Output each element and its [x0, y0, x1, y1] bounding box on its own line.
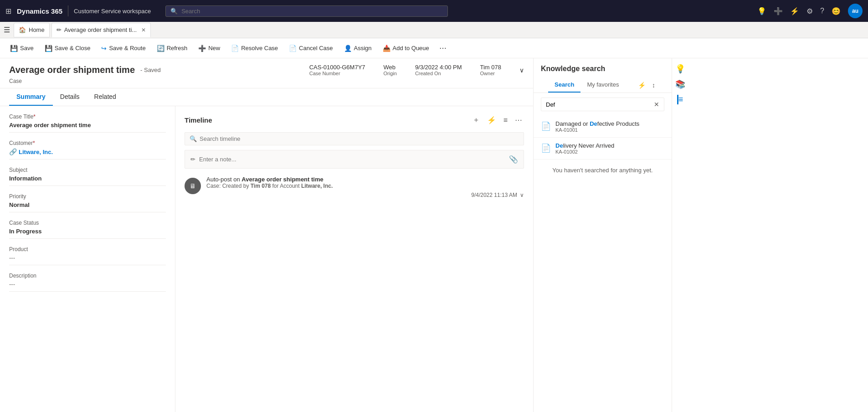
- tab-related[interactable]: Related: [87, 88, 123, 106]
- kp-tabs-row: Search My favorites ⚡ ↕: [541, 77, 664, 93]
- avatar[interactable]: au: [848, 4, 863, 18]
- customer-field: Customer* 🔗 Litware, Inc.: [9, 140, 166, 160]
- grid-icon[interactable]: ⊞: [5, 7, 11, 15]
- save-button[interactable]: 💾 Save: [5, 42, 38, 54]
- cancel-case-button[interactable]: 📄 Cancel Case: [284, 42, 337, 54]
- more-commands-button[interactable]: ⋯: [436, 41, 450, 55]
- new-button[interactable]: ➕ New: [194, 42, 225, 54]
- user-icon[interactable]: 😊: [832, 7, 841, 15]
- kp-result-id-2: KA-01002: [555, 149, 614, 154]
- case-number-meta: CAS-01000-G6M7Y7 Case Number: [309, 64, 365, 76]
- cancel-label: Cancel Case: [299, 45, 333, 52]
- timeline-search-icon: 🔍: [190, 135, 197, 142]
- tab-details[interactable]: Details: [53, 88, 87, 106]
- home-tab-label: Home: [29, 26, 45, 33]
- kp-search-clear-button[interactable]: ✕: [654, 101, 659, 108]
- product-label: Product: [9, 246, 166, 252]
- add-to-queue-button[interactable]: 📥 Add to Queue: [378, 42, 434, 54]
- kp-tab-search[interactable]: Search: [548, 77, 580, 93]
- case-title-required: *: [33, 113, 36, 120]
- case-tab-icon: ✏: [56, 26, 62, 33]
- lightbulb-icon[interactable]: 💡: [757, 7, 766, 15]
- subject-value: Information: [9, 175, 166, 186]
- queue-label: Add to Queue: [393, 45, 429, 52]
- subject-field: Subject Information: [9, 167, 166, 186]
- kp-filter-button[interactable]: ⚡: [636, 80, 647, 91]
- home-tab[interactable]: 🏠 Home: [14, 23, 50, 37]
- entry-user-bold: Tim 078: [251, 183, 271, 189]
- case-origin-label: Origin: [384, 71, 397, 76]
- save-close-label: Save & Close: [55, 45, 91, 52]
- filter-icon[interactable]: ⚡: [790, 7, 799, 15]
- save-route-button[interactable]: ↪ Save & Route: [97, 42, 150, 54]
- save-close-button[interactable]: 💾 Save & Close: [40, 42, 95, 54]
- knowledge-panel: Knowledge search Search My favorites ⚡ ↕: [533, 58, 688, 412]
- timeline-more-button[interactable]: ⋯: [513, 114, 524, 126]
- kp-tools: ⚡ ↕: [636, 80, 657, 91]
- kp-result-item-1[interactable]: 📄 Damaged or Defective Products KA-01001: [534, 116, 672, 138]
- save-route-icon: ↪: [101, 45, 107, 52]
- global-search-input[interactable]: [181, 8, 443, 15]
- case-origin-value: Web: [384, 64, 397, 71]
- case-tab[interactable]: ✏ Average order shipment ti... ✕: [51, 23, 151, 37]
- kp-result-id-1: KA-01001: [555, 127, 639, 133]
- help-icon[interactable]: ?: [820, 7, 824, 15]
- global-search-box[interactable]: 🔍: [165, 5, 448, 17]
- customer-value[interactable]: 🔗 Litware, Inc.: [9, 148, 166, 160]
- product-field: Product ---: [9, 246, 166, 265]
- search-icon: 🔍: [170, 8, 178, 15]
- tab-close-icon[interactable]: ✕: [141, 27, 146, 33]
- timeline-search-input[interactable]: [200, 135, 519, 142]
- kp-sidebar-icons: 💡 📚 ≡: [672, 58, 688, 412]
- timeline-note-box[interactable]: ✏ 📎: [185, 150, 524, 169]
- add-icon[interactable]: ➕: [774, 7, 783, 15]
- sub-tabs: Summary Details Related: [0, 88, 533, 106]
- timeline-add-button[interactable]: ＋: [471, 113, 482, 127]
- product-value: ---: [9, 254, 166, 265]
- attachment-icon[interactable]: 📎: [509, 155, 518, 164]
- kp-book-icon[interactable]: 📚: [675, 79, 685, 89]
- case-owner-value: Tim 078: [480, 64, 501, 71]
- kp-sort-button[interactable]: ↕: [650, 80, 657, 91]
- kp-result-item-2[interactable]: 📄 Delivery Never Arrived KA-01002: [534, 138, 672, 160]
- resolve-case-button[interactable]: 📄 Resolve Case: [226, 42, 282, 54]
- case-expand-icon[interactable]: ∨: [519, 67, 524, 74]
- timeline-note-input[interactable]: [199, 156, 509, 163]
- refresh-button[interactable]: 🔄 Refresh: [152, 42, 192, 54]
- kp-tab-favorites[interactable]: My favorites: [580, 77, 625, 93]
- case-title: Average order shipment time: [9, 65, 135, 75]
- assign-button[interactable]: 👤 Assign: [339, 42, 376, 54]
- description-value: ---: [9, 281, 166, 292]
- kp-result-doc-icon-1: 📄: [541, 121, 551, 131]
- timeline-actions: ＋ ⚡ ≡ ⋯: [471, 113, 524, 127]
- timeline-sort-button[interactable]: ≡: [502, 114, 509, 126]
- tab-summary[interactable]: Summary: [9, 88, 53, 106]
- workspace-name: Customer Service workspace: [74, 8, 151, 15]
- entry-footer: 9/4/2022 11:13 AM ∨: [206, 192, 524, 198]
- entry-expand-icon[interactable]: ∨: [520, 192, 524, 198]
- hamburger-icon[interactable]: ☰: [4, 26, 10, 34]
- case-owner-meta: Tim 078 Owner: [480, 64, 501, 76]
- case-created-meta: 9/3/2022 4:00 PM Created On: [415, 64, 462, 76]
- timeline-title: Timeline: [185, 116, 471, 124]
- kp-search-input[interactable]: [546, 101, 654, 108]
- case-title-value: Average order shipment time: [9, 122, 166, 133]
- settings-icon[interactable]: ⚙: [806, 7, 813, 15]
- kp-search-panel-icon[interactable]: 💡: [675, 64, 685, 74]
- description-label: Description: [9, 273, 166, 279]
- kp-result-doc-icon-2: 📄: [541, 143, 551, 153]
- left-panel: Average order shipment time - Saved CAS-…: [0, 58, 533, 412]
- timeline-search-box[interactable]: 🔍: [185, 132, 524, 145]
- kp-active-icon[interactable]: ≡: [677, 95, 683, 104]
- queue-icon: 📥: [383, 45, 390, 52]
- timeline-filter-button[interactable]: ⚡: [485, 114, 498, 126]
- nav-divider: [68, 5, 68, 16]
- entry-title: Auto-post on Average order shipment time: [206, 176, 524, 183]
- customer-label: Customer*: [9, 140, 166, 146]
- kp-result-title-2: Delivery Never Arrived: [555, 142, 614, 149]
- kp-search-row[interactable]: ✕: [541, 98, 664, 111]
- timeline-header: Timeline ＋ ⚡ ≡ ⋯: [185, 113, 524, 127]
- content-area: Case Title* Average order shipment time …: [0, 106, 533, 412]
- save-close-icon: 💾: [45, 45, 52, 52]
- case-status-field: Case Status In Progress: [9, 220, 166, 239]
